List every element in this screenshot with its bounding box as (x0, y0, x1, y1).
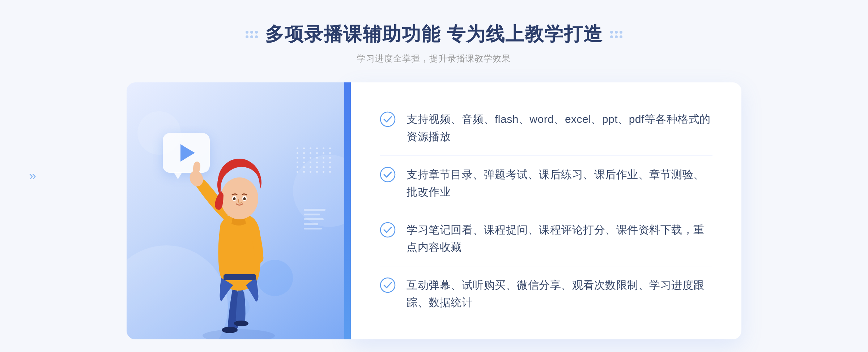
svg-point-5 (221, 177, 258, 219)
main-title: 多项录播课辅助功能 专为线上教学打造 (265, 22, 603, 47)
subtitle: 学习进度全掌握，提升录播课教学效果 (246, 53, 622, 64)
title-row: 多项录播课辅助功能 专为线上教学打造 (246, 22, 622, 47)
feature-text-2: 支持章节目录、弹题考试、课后练习、课后作业、章节测验、批改作业 (407, 166, 712, 201)
check-icon-3 (380, 222, 396, 238)
svg-point-2 (234, 321, 248, 326)
svg-point-11 (380, 112, 395, 126)
svg-point-13 (380, 223, 395, 237)
check-icon-2 (380, 167, 396, 183)
svg-rect-10 (224, 274, 256, 280)
svg-point-9 (243, 197, 246, 200)
feature-item-1: 支持视频、音频、flash、word、excel、ppt、pdf等各种格式的资源… (380, 100, 712, 156)
accent-bar (344, 82, 351, 339)
feature-item-2: 支持章节目录、弹题考试、课后练习、课后作业、章节测验、批改作业 (380, 156, 712, 211)
header-section: 多项录播课辅助功能 专为线上教学打造 学习进度全掌握，提升录播课教学效果 (246, 22, 622, 64)
svg-point-7 (233, 197, 236, 200)
chevron-left-decoration: » (29, 168, 36, 184)
person-illustration (166, 123, 311, 339)
feature-item-3: 学习笔记回看、课程提问、课程评论打分、课件资料下载，重点内容收藏 (380, 211, 712, 266)
feature-text-3: 学习笔记回看、课程提问、课程评论打分、课件资料下载，重点内容收藏 (407, 221, 712, 256)
title-dots-left (246, 31, 258, 38)
svg-point-1 (222, 327, 238, 333)
check-icon-1 (380, 111, 396, 127)
svg-point-12 (380, 167, 395, 182)
content-area: 支持视频、音频、flash、word、excel、ppt、pdf等各种格式的资源… (127, 82, 741, 339)
feature-item-4: 互动弹幕、试听购买、微信分享、观看次数限制、学习进度跟踪、数据统计 (380, 266, 712, 321)
svg-point-0 (203, 329, 275, 339)
feature-text-4: 互动弹幕、试听购买、微信分享、观看次数限制、学习进度跟踪、数据统计 (407, 276, 712, 311)
feature-text-1: 支持视频、音频、flash、word、excel、ppt、pdf等各种格式的资源… (407, 111, 712, 145)
title-dots-right (610, 31, 622, 38)
check-icon-4 (380, 277, 396, 293)
page-container: » 多项录播课辅助功能 专为线上教学打造 学习进度全掌握，提升录播课教学效果 (0, 0, 868, 352)
features-panel: 支持视频、音频、flash、word、excel、ppt、pdf等各种格式的资源… (351, 82, 741, 339)
svg-point-14 (380, 278, 395, 292)
illustration-card (127, 82, 351, 339)
